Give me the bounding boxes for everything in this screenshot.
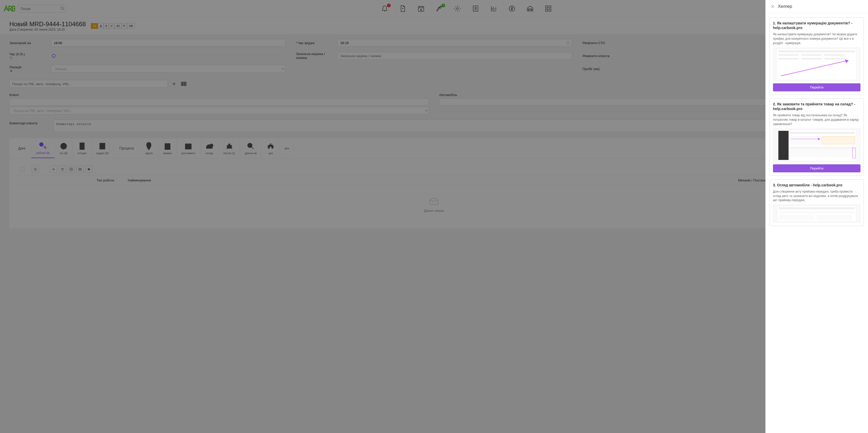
svg-rect-42 [790, 146, 855, 149]
svg-rect-32 [801, 54, 822, 56]
help-card-1: 1. Як налаштувати нумерацію документів? … [770, 18, 864, 95]
help-card-image [773, 129, 861, 162]
svg-rect-36 [825, 58, 845, 60]
svg-rect-48 [779, 207, 855, 209]
close-icon[interactable] [771, 4, 775, 8]
drawer-title: Хелпер [778, 4, 792, 9]
svg-rect-35 [801, 58, 822, 60]
svg-rect-45 [790, 155, 855, 157]
svg-rect-30 [778, 51, 855, 53]
svg-rect-31 [778, 54, 799, 56]
help-card-desc: Як налаштувати нумерацію документів? Чи … [773, 32, 861, 45]
help-card-title: 3. Огляд автомобіля - help.carbook.pro [773, 183, 861, 188]
drawer-overlay[interactable] [0, 0, 868, 433]
svg-rect-34 [778, 58, 799, 60]
help-card-image [773, 47, 861, 81]
svg-rect-40 [790, 136, 820, 144]
svg-rect-38 [778, 131, 788, 160]
svg-rect-29 [777, 49, 857, 80]
svg-rect-44 [790, 152, 855, 154]
svg-rect-41 [822, 136, 855, 144]
help-card-desc: Як прийняти товар від постачальника на с… [773, 113, 861, 126]
help-card-3: 3. Огляд автомобіля - help.carbook.pro Д… [770, 179, 864, 226]
svg-rect-33 [825, 54, 845, 56]
svg-rect-39 [790, 132, 855, 134]
help-go-button[interactable]: Перейти [773, 164, 861, 172]
help-card-image [773, 205, 861, 223]
help-drawer: Хелпер 1. Як налаштувати нумерацію докум… [766, 0, 868, 433]
help-card-2: 2. Як замовити та прийняти товар на скла… [770, 98, 864, 176]
svg-rect-49 [779, 211, 855, 214]
help-card-title: 1. Як налаштувати нумерацію документів? … [773, 21, 861, 30]
help-card-desc: Для створення акту прийома-передачі, тре… [773, 190, 861, 202]
svg-rect-51 [817, 215, 852, 220]
help-go-button[interactable]: Перейти [773, 83, 861, 91]
help-card-title: 2. Як замовити та прийняти товар на скла… [773, 102, 861, 111]
svg-rect-43 [790, 149, 855, 152]
svg-rect-50 [779, 215, 814, 220]
